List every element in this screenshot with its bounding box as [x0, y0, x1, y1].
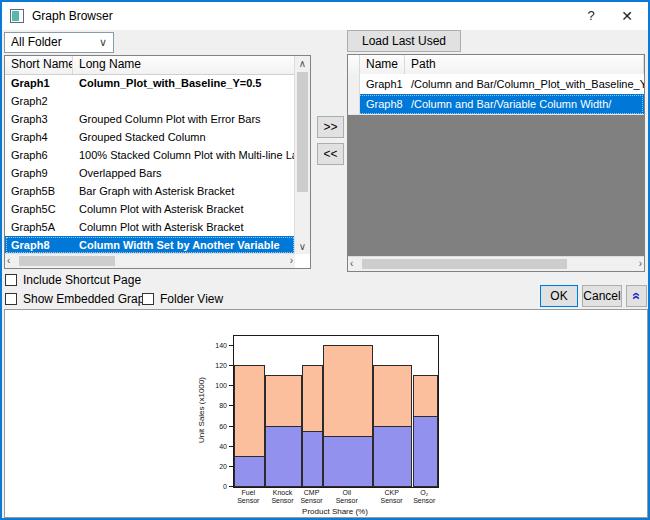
- y-tick-label: 120: [203, 362, 227, 369]
- graph-list-row-graph6[interactable]: Graph6100% Stacked Column Plot with Mult…: [5, 146, 295, 164]
- name-cell: Graph8: [360, 94, 405, 114]
- long-name-cell: Grouped Column Plot with Error Bars: [73, 110, 295, 128]
- chevron-down-icon: ∨: [99, 33, 107, 52]
- short-name-cell: Graph5C: [5, 200, 73, 218]
- graph-list-header: Short Name Long Name: [5, 56, 310, 75]
- long-name-cell: Column Plot with Asterisk Bracket: [73, 218, 295, 236]
- folder-filter-value: All Folder: [11, 33, 62, 52]
- load-last-used-button[interactable]: Load Last Used: [347, 30, 461, 52]
- checkbox-box[interactable]: [5, 293, 17, 305]
- long-name-cell: Column_Plot_with_Baseline_Y=0.5: [73, 74, 295, 92]
- short-name-cell: Graph8: [5, 236, 73, 254]
- column-header-name[interactable]: Name: [360, 55, 405, 74]
- x-tick-label: CKPSensor: [381, 489, 403, 505]
- double-chevron-up-icon: «: [626, 292, 646, 300]
- column-header-path[interactable]: Path: [405, 55, 644, 74]
- left-table-vscrollbar[interactable]: ∧ ∨: [294, 56, 310, 254]
- graph-list-panel: Short Name Long Name Graph1Column_Plot_w…: [4, 55, 311, 269]
- left-table-hscrollbar[interactable]: ‹ ›: [5, 253, 295, 268]
- bar-segment-europe: [265, 375, 303, 426]
- column-header-short-name[interactable]: Short Name: [5, 56, 73, 74]
- scroll-down-icon[interactable]: ∨: [295, 241, 310, 252]
- folder-filter-select[interactable]: All Folder ∨: [4, 32, 114, 53]
- x-tick-label: O₂Sensor: [413, 489, 435, 505]
- graph-list-row-graph1[interactable]: Graph1Column_Plot_with_Baseline_Y=0.5: [5, 74, 295, 92]
- y-tick-label: 0: [203, 483, 227, 490]
- bar-segment-usa: [413, 416, 439, 487]
- checkbox-label: Include Shortcut Page: [23, 273, 141, 287]
- graph-preview-panel: EuropeUSA Unit Sales (x1000) 02040608010…: [4, 309, 648, 518]
- selected-graphs-header: Name Path: [348, 55, 644, 75]
- scroll-left-icon[interactable]: ‹: [7, 255, 10, 266]
- scroll-up-icon[interactable]: ∧: [295, 58, 310, 69]
- chart-plot-area: [233, 335, 439, 488]
- graph-list-row-graph8[interactable]: Graph8Column Width Set by Another Variab…: [5, 236, 295, 254]
- graph-list-row-graph3[interactable]: Graph3Grouped Column Plot with Error Bar…: [5, 110, 295, 128]
- y-tick: [229, 345, 233, 346]
- column-header-long-name[interactable]: Long Name: [73, 56, 310, 74]
- graph-list-row-graph2[interactable]: Graph2: [5, 92, 295, 110]
- bar-segment-europe: [302, 365, 322, 431]
- long-name-cell: 100% Stacked Column Plot with Multi-line…: [73, 146, 295, 164]
- y-tick-label: 100: [203, 382, 227, 389]
- bar-segment-usa: [265, 426, 303, 487]
- row-selector-cell[interactable]: [348, 74, 360, 94]
- y-tick-label: 40: [203, 443, 227, 450]
- row-selector-cell[interactable]: [348, 94, 360, 114]
- add-to-selection-button[interactable]: >>: [317, 116, 344, 138]
- y-tick-label: 60: [203, 423, 227, 430]
- graph-list-row-graph9[interactable]: Graph9Overlapped Bars: [5, 164, 295, 182]
- y-tick: [229, 486, 233, 487]
- checkbox-label: Show Embedded Graph: [23, 292, 151, 306]
- app-icon: [10, 9, 24, 23]
- graph-list-row-graph5c[interactable]: Graph5CColumn Plot with Asterisk Bracket: [5, 200, 295, 218]
- graph-list-row-graph4[interactable]: Graph4Grouped Stacked Column: [5, 128, 295, 146]
- remove-from-selection-button[interactable]: <<: [317, 143, 344, 165]
- x-tick-label: OilSensor: [336, 489, 358, 505]
- short-name-cell: Graph2: [5, 92, 73, 110]
- scroll-right-icon[interactable]: ›: [639, 258, 642, 269]
- checkbox-box[interactable]: [5, 274, 17, 286]
- collapse-preview-button[interactable]: «: [626, 285, 647, 307]
- title-bar: Graph Browser ? ✕: [2, 2, 648, 30]
- long-name-cell: Overlapped Bars: [73, 164, 295, 182]
- cancel-button[interactable]: Cancel: [582, 285, 622, 307]
- short-name-cell: Graph6: [5, 146, 73, 164]
- selected-graphs-rows: Graph1/Column and Bar/Column_Plot_with_B…: [348, 74, 644, 257]
- path-cell: /Column and Bar/Column_Plot_with_Baselin…: [405, 74, 644, 94]
- checkbox-label: Folder View: [160, 292, 223, 306]
- bar-segment-europe: [373, 365, 413, 426]
- bar-segment-europe: [413, 375, 439, 416]
- selected-graph-row-graph1[interactable]: Graph1/Column and Bar/Column_Plot_with_B…: [348, 74, 644, 95]
- x-tick-label: CMPSensor: [300, 489, 322, 505]
- long-name-cell: [73, 92, 295, 110]
- x-tick-label: FuelSensor: [237, 489, 259, 505]
- checkbox-box[interactable]: [142, 293, 154, 305]
- bar-segment-usa: [323, 436, 373, 487]
- scroll-right-icon[interactable]: ›: [290, 255, 293, 266]
- help-button[interactable]: ?: [574, 2, 608, 30]
- row-selector-header: [348, 55, 360, 74]
- selected-graphs-panel: Name Path Graph1/Column and Bar/Column_P…: [347, 54, 645, 272]
- y-tick: [229, 466, 233, 467]
- long-name-cell: Column Width Set by Another Variable: [73, 236, 295, 254]
- graph-list-row-graph5b[interactable]: Graph5BBar Graph with Asterisk Bracket: [5, 182, 295, 200]
- short-name-cell: Graph4: [5, 128, 73, 146]
- scroll-left-icon[interactable]: ‹: [350, 258, 353, 269]
- chart-bars: [234, 336, 438, 487]
- selected-graph-row-graph8[interactable]: Graph8/Column and Bar/Variable Column Wi…: [348, 94, 644, 115]
- x-axis-title: Product Share (%): [302, 507, 368, 516]
- y-tick: [229, 365, 233, 366]
- y-tick: [229, 426, 233, 427]
- long-name-cell: Bar Graph with Asterisk Bracket: [73, 182, 295, 200]
- bar-segment-usa: [234, 456, 265, 487]
- ok-button[interactable]: OK: [540, 285, 578, 307]
- long-name-cell: Grouped Stacked Column: [73, 128, 295, 146]
- right-table-hscrollbar[interactable]: ‹ ›: [348, 256, 644, 271]
- y-tick-label: 80: [203, 402, 227, 409]
- bar-segment-europe: [234, 365, 265, 457]
- x-tick-label: KnockSensor: [271, 489, 293, 505]
- close-button[interactable]: ✕: [610, 2, 644, 30]
- x-axis: FuelSensorKnockSensorCMPSensorOilSensorC…: [233, 489, 437, 509]
- graph-list-row-graph5a[interactable]: Graph5AColumn Plot with Asterisk Bracket: [5, 218, 295, 236]
